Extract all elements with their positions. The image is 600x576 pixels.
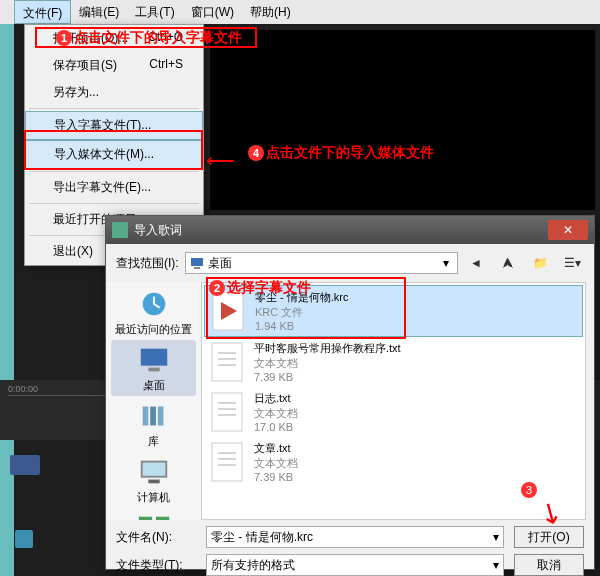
svg-rect-7	[150, 407, 156, 426]
txt-file-icon	[208, 341, 246, 383]
sidebar-desktop[interactable]: 桌面	[111, 340, 196, 396]
svg-rect-0	[112, 222, 128, 238]
svg-rect-25	[212, 443, 242, 481]
svg-rect-2	[194, 267, 200, 269]
menubar-edit[interactable]: 编辑(E)	[71, 0, 127, 24]
new-folder-button[interactable]: 📁	[528, 252, 552, 274]
svg-rect-17	[212, 343, 242, 381]
annotation-4: 4点击文件下的导入媒体文件	[248, 144, 434, 162]
close-button[interactable]: ✕	[548, 220, 588, 240]
file-item-txt[interactable]: 文章.txt 文本文档 7.39 KB	[204, 437, 583, 487]
chevron-down-icon: ▾	[439, 256, 453, 270]
video-preview	[210, 30, 595, 210]
sidebar-recent[interactable]: 最近访问的位置	[111, 284, 196, 340]
filetype-label: 文件类型(T):	[116, 557, 196, 574]
sidebar-computer[interactable]: 计算机	[111, 452, 196, 508]
menu-export-subtitle[interactable]: 导出字幕文件(E)...	[25, 174, 203, 201]
open-button[interactable]: 打开(O)	[514, 526, 584, 548]
view-button[interactable]: ☰▾	[560, 252, 584, 274]
svg-rect-11	[148, 480, 159, 484]
filename-label: 文件名(N):	[116, 529, 196, 546]
svg-rect-6	[142, 407, 148, 426]
desktop-icon	[190, 256, 204, 270]
filetype-combo[interactable]: 所有支持的格式▾	[206, 554, 504, 576]
svg-rect-1	[191, 258, 203, 266]
recent-icon	[135, 287, 173, 321]
menu-separator	[29, 203, 199, 204]
annotation-bullet-3: 3	[521, 482, 539, 498]
dialog-titlebar[interactable]: 导入歌词 ✕	[106, 216, 594, 244]
menubar-help[interactable]: 帮助(H)	[242, 0, 299, 24]
sidebar-library[interactable]: 库	[111, 396, 196, 452]
menu-separator	[29, 108, 199, 109]
chevron-down-icon: ▾	[493, 530, 499, 544]
svg-rect-12	[138, 517, 151, 520]
menu-separator	[29, 171, 199, 172]
txt-file-icon	[208, 391, 246, 433]
library-icon	[135, 399, 173, 433]
app-icon	[112, 222, 128, 238]
lookin-combo[interactable]: 桌面 ▾	[185, 252, 458, 274]
chevron-down-icon: ▾	[493, 558, 499, 572]
svg-rect-5	[148, 368, 159, 372]
cancel-button[interactable]: 取消	[514, 554, 584, 576]
svg-rect-10	[142, 463, 165, 476]
filename-input[interactable]: 零尘 - 情是何物.krc▾	[206, 526, 504, 548]
file-item-txt[interactable]: 日志.txt 文本文档 17.0 KB	[204, 387, 583, 437]
annotation-2: 2选择字幕文件	[209, 279, 311, 297]
dialog-title: 导入歌词	[134, 222, 182, 239]
annotation-1: 1点击文件下的导入字幕文件	[56, 29, 242, 47]
desktop-icon	[135, 343, 173, 377]
menu-save-as[interactable]: 另存为...	[25, 79, 203, 106]
network-icon	[135, 511, 173, 520]
svg-rect-21	[212, 393, 242, 431]
file-item-txt[interactable]: 平时客服号常用操作教程序.txt 文本文档 7.39 KB	[204, 337, 583, 387]
menubar-tool[interactable]: 工具(T)	[127, 0, 182, 24]
places-sidebar: 最近访问的位置 桌面 库 计算机 网络	[106, 282, 201, 520]
menu-import-media[interactable]: 导入媒体文件(M)...	[25, 140, 203, 169]
menubar-window[interactable]: 窗口(W)	[183, 0, 242, 24]
sidebar-network[interactable]: 网络	[111, 508, 196, 520]
menubar: 文件(F) 编辑(E) 工具(T) 窗口(W) 帮助(H)	[0, 0, 600, 24]
svg-rect-8	[157, 407, 163, 426]
menu-save-project[interactable]: 保存项目(S)Ctrl+S	[25, 52, 203, 79]
back-button[interactable]: ◄	[464, 252, 488, 274]
menubar-file[interactable]: 文件(F)	[14, 0, 71, 24]
lookin-label: 查找范围(I):	[116, 255, 179, 272]
up-button[interactable]: ⮝	[496, 252, 520, 274]
txt-file-icon	[208, 441, 246, 483]
timeline-time: 0:00:00	[8, 384, 38, 394]
track-clip[interactable]	[10, 455, 40, 475]
svg-rect-4	[140, 349, 166, 366]
computer-icon	[135, 455, 173, 489]
track-marker[interactable]	[15, 530, 33, 548]
menu-import-subtitle[interactable]: 导入字幕文件(T)...	[25, 111, 203, 140]
open-dialog: 导入歌词 ✕ 查找范围(I): 桌面 ▾ ◄ ⮝ 📁 ☰▾ 最近访问的位置 桌面	[105, 215, 595, 570]
svg-rect-13	[155, 517, 168, 520]
